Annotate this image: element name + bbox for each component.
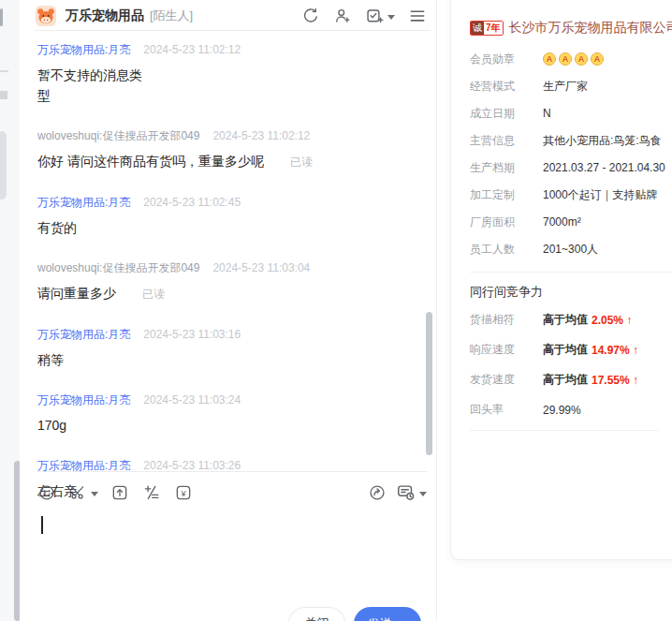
window-edge-divider (0, 70, 8, 72)
message-text: 暂不支持的消息类型 (37, 65, 150, 106)
message-text: 有货的 (37, 217, 436, 238)
company-info-panel: 诚 7年 长沙市万乐宠物用品有限公司 会员勋章 A A A A 经营模式 生产厂… (450, 0, 672, 560)
menu-icon[interactable] (408, 7, 427, 25)
medal-icon: A (575, 52, 588, 66)
info-row: 生产档期 2021.03.27 - 2021.04.30 (470, 160, 672, 175)
read-status: 已读 (290, 155, 313, 169)
message-sender: 万乐宠物用品:月亮 (37, 42, 130, 58)
info-row: 员工人数 201~300人 (470, 242, 672, 257)
message-time: 2024-5-23 11:02:12 (143, 43, 241, 56)
background-scrollbar-thumb[interactable] (0, 131, 7, 200)
message-sender: 万乐宠物用品:月亮 (37, 195, 130, 211)
composer: ¥ (37, 471, 427, 587)
message-time: 2024-5-23 11:02:45 (143, 196, 241, 209)
competitiveness-title: 同行间竞争力 (470, 284, 672, 301)
message-sender: woloveshuqi:促佳搜品开发部049 (37, 128, 199, 144)
info-row: 厂房面积 7000m² (470, 214, 672, 229)
read-status: 已读 (142, 288, 165, 301)
message-list: 万乐宠物用品:月亮 2024-5-23 11:02:12 暂不支持的消息类型 w… (20, 31, 436, 501)
chat-header: 万乐宠物用品 [陌生人] (20, 0, 436, 30)
message-sender: 万乐宠物用品:月亮 (37, 327, 130, 343)
competitiveness-section: 同行间竞争力 货描相符 高于均值 2.05% ↑ 响应速度 高于均值 14.97… (470, 272, 672, 431)
message-text: 170g (37, 415, 436, 436)
svg-text:¥: ¥ (180, 489, 186, 498)
message-time: 2024-5-23 11:03:24 (143, 393, 241, 407)
send-button[interactable]: 发送 (354, 607, 421, 621)
window-edge-fragment (0, 91, 7, 99)
chat-panel: 万乐宠物用品 [陌生人] (20, 0, 437, 621)
chat-message: 万乐宠物用品:月亮 2024-5-23 11:03:24 170g (37, 392, 436, 436)
message-text: 稍等 (37, 349, 436, 370)
info-row: 成立日期 N (470, 106, 672, 121)
message-text: 请问重量多少已读 (37, 283, 436, 304)
chat-message: 万乐宠物用品:月亮 2024-5-23 11:02:45 有货的 (37, 195, 436, 238)
add-contact-icon[interactable] (333, 7, 352, 25)
cheng-badge-glyph: 诚 (471, 22, 484, 35)
composer-toolbar: ¥ (37, 472, 427, 503)
add-task-icon[interactable] (365, 7, 395, 26)
chevron-down-icon (387, 15, 395, 20)
message-sender: woloveshuqi:促佳搜品开发部049 (37, 260, 199, 276)
medal-icon: A (559, 52, 572, 66)
contact-relation-tag: [陌生人] (150, 7, 193, 24)
upload-icon[interactable] (110, 483, 129, 502)
forward-icon[interactable] (368, 483, 387, 502)
badge-years: 7年 (484, 22, 503, 35)
screenshot-scissors-icon[interactable] (69, 483, 98, 502)
company-header: 诚 7年 长沙市万乐宠物用品有限公司 (470, 20, 672, 37)
company-info-rows: 会员勋章 A A A A 经营模式 生产厂家 成立日期 N 主营信息 其他小宠用… (470, 52, 672, 257)
chat-message: woloveshuqi:促佳搜品开发部049 2024-5-23 11:02:1… (37, 128, 436, 172)
info-row: 主营信息 其他小宠用品:鸟笼:鸟食 (470, 133, 672, 148)
chat-scrollbar-thumb[interactable] (426, 312, 432, 455)
competitiveness-row: 响应速度 高于均值 14.97% ↑ (470, 342, 672, 358)
window-edge-mark (0, 8, 3, 26)
info-row: 会员勋章 A A A A (470, 52, 672, 67)
message-time: 2024-5-23 11:03:16 (143, 328, 241, 341)
chengxintong-badge: 诚 7年 (470, 21, 504, 36)
emoji-icon[interactable] (37, 483, 56, 502)
chat-message: 万乐宠物用品:月亮 2024-5-23 11:02:12 暂不支持的消息类型 (37, 42, 436, 106)
message-time: 2024-5-23 11:03:04 (212, 261, 310, 274)
message-input[interactable] (37, 503, 427, 587)
quote-icon[interactable] (142, 483, 161, 502)
chat-message: woloveshuqi:促佳搜品开发部049 2024-5-23 11:03:0… (37, 260, 436, 304)
info-row: 经营模式 生产厂家 (470, 79, 672, 94)
text-cursor (41, 516, 43, 534)
competitiveness-row: 货描相符 高于均值 2.05% ↑ (470, 312, 672, 328)
payment-yuan-icon[interactable]: ¥ (174, 483, 193, 502)
refresh-icon[interactable] (301, 7, 320, 25)
close-button[interactable]: 关闭 (288, 607, 345, 621)
info-row: 加工定制 1000个起订｜支持贴牌 (470, 187, 672, 202)
chat-message: 万乐宠物用品:月亮 2024-5-23 11:03:16 稍等 (37, 327, 436, 370)
section-divider (470, 430, 659, 431)
company-name[interactable]: 长沙市万乐宠物用品有限公司 (509, 20, 672, 37)
medal-icon: A (591, 52, 604, 66)
history-icon[interactable] (396, 482, 427, 503)
message-time: 2024-5-23 11:02:12 (212, 129, 310, 142)
competitiveness-row: 发货速度 高于均值 17.55% ↑ (470, 372, 672, 388)
message-time: 2024-5-23 11:03:26 (143, 459, 241, 472)
chevron-down-icon (91, 492, 98, 496)
member-medals: A A A A (543, 52, 604, 66)
message-sender: 万乐宠物用品:月亮 (37, 392, 130, 408)
competitiveness-row: 回头率 29.99% (470, 402, 672, 418)
medal-icon: A (543, 52, 556, 66)
message-text: 你好 请问这件商品有货吗，重量多少呢已读 (37, 151, 436, 172)
contact-name: 万乐宠物用品 (66, 7, 144, 24)
contact-avatar[interactable] (36, 6, 56, 26)
chevron-down-icon (419, 492, 427, 496)
